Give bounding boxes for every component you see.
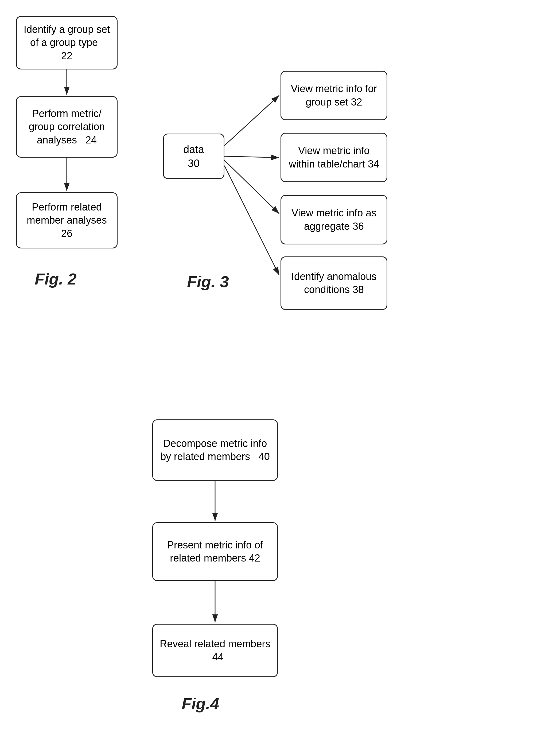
- box-24: Perform metric/ group correlation analys…: [16, 96, 118, 158]
- svg-line-6: [224, 166, 279, 275]
- fig4-label: Fig.4: [182, 695, 219, 713]
- box-26: Perform related member analyses 26: [16, 192, 118, 248]
- svg-line-5: [224, 160, 279, 214]
- fig2-label: Fig. 2: [35, 270, 77, 288]
- box-32: View metric info for group set 32: [281, 71, 387, 120]
- box-22: Identify a group set of a group type 22: [16, 16, 118, 69]
- box-38: Identify anomalous conditions 38: [281, 256, 387, 310]
- box-30: data30: [163, 134, 224, 179]
- box-40: Decompose metric info by related members…: [152, 419, 278, 481]
- fig3-label: Fig. 3: [187, 272, 229, 291]
- box-44: Reveal related members 44: [152, 624, 278, 677]
- box-34: View metric info within table/chart 34: [281, 133, 387, 182]
- box-42: Present metric info of related members 4…: [152, 522, 278, 581]
- page: Identify a group set of a group type 22 …: [0, 0, 545, 756]
- svg-line-4: [224, 156, 279, 158]
- box-36: View metric info as aggregate 36: [281, 195, 387, 244]
- svg-line-3: [224, 95, 279, 146]
